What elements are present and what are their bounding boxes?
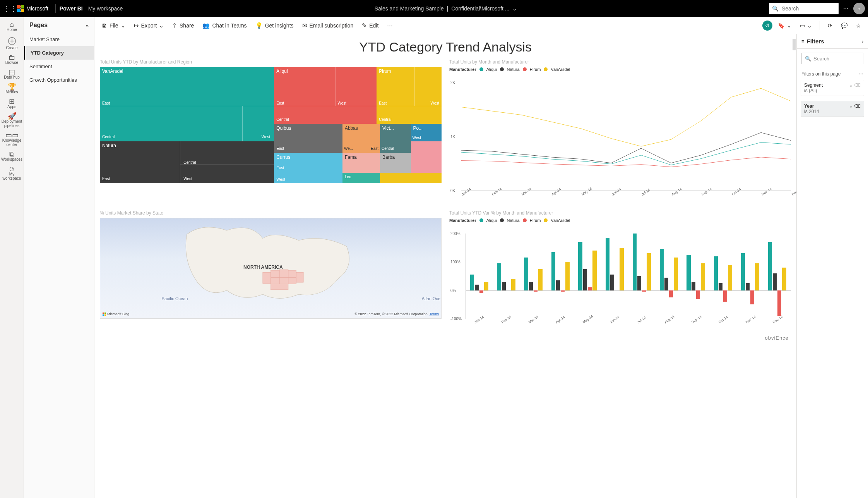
svg-rect-0 bbox=[271, 270, 280, 278]
chevron-down-icon[interactable]: ⌄ bbox=[849, 82, 853, 88]
pages-title: Pages bbox=[29, 22, 48, 29]
refresh-button[interactable]: ⟳ bbox=[825, 21, 835, 30]
svg-rect-2 bbox=[288, 270, 296, 278]
viz-map[interactable]: % Units Market Share by State bbox=[100, 210, 442, 332]
chevron-down-icon[interactable]: ⌄ bbox=[849, 103, 853, 109]
chevron-down-icon: ⌄ bbox=[121, 22, 125, 29]
svg-rect-1 bbox=[279, 270, 288, 278]
viz-title: Total Units by Month and Manufacturer bbox=[449, 59, 791, 65]
svg-rect-6 bbox=[296, 272, 304, 282]
left-nav: ⌂Home ＋Create 🗀Browse ▤Data hub 🏆Metrics… bbox=[0, 17, 24, 498]
chat-teams-button[interactable]: 👥Chat in Teams bbox=[199, 21, 250, 31]
map-region-label: NORTH AMERICA bbox=[243, 264, 283, 270]
nav-pipelines[interactable]: 🚀Deployment pipelines bbox=[0, 111, 24, 130]
view-icon: ▭ bbox=[800, 22, 805, 29]
breadcrumb-workspace[interactable]: My workspace bbox=[88, 5, 123, 12]
scroll-indicator[interactable] bbox=[793, 39, 796, 50]
page-sentiment[interactable]: Sentiment bbox=[24, 60, 94, 73]
chevron-down-icon: ⌄ bbox=[807, 22, 812, 29]
ocean-label: Atlan Oce bbox=[422, 296, 440, 301]
svg-rect-3 bbox=[271, 278, 280, 284]
viz-clustered-bar[interactable]: Total Units YTD Var % by Month and Manuf… bbox=[449, 210, 791, 332]
nav-metrics[interactable]: 🏆Metrics bbox=[0, 82, 24, 96]
apps-icon: ⊞ bbox=[0, 100, 24, 104]
file-menu[interactable]: 🗎File⌄ bbox=[98, 21, 128, 30]
page-ytd-category[interactable]: YTD Category bbox=[24, 46, 94, 60]
insights-button[interactable]: 💡Get insights bbox=[252, 21, 297, 31]
filter-icon: ≡ bbox=[801, 38, 805, 44]
product-brand[interactable]: Power BI bbox=[60, 5, 83, 12]
share-button[interactable]: ⇪Share bbox=[169, 21, 197, 31]
viz-title: Total Units YTD Var % by Month and Manuf… bbox=[449, 210, 791, 216]
comment-button[interactable]: 💬 bbox=[838, 21, 851, 30]
map-body[interactable]: NORTH AMERICA Pacific Ocean Atlan Oce Mi… bbox=[100, 218, 442, 319]
nav-home[interactable]: ⌂Home bbox=[0, 19, 24, 34]
bookmark-icon: 🔖 bbox=[778, 22, 784, 29]
divider bbox=[55, 4, 56, 13]
filters-search-input[interactable] bbox=[813, 56, 860, 62]
line-plot-area[interactable]: 2K 1K 0K bbox=[461, 82, 791, 191]
book-icon: ▭▭ bbox=[0, 133, 24, 137]
svg-rect-4 bbox=[279, 278, 288, 284]
map-copyright: © 2022 TomTom, © 2022 Microsoft Corporat… bbox=[354, 312, 439, 316]
favorite-button[interactable]: ☆ bbox=[853, 21, 864, 30]
nav-create[interactable]: ＋Create bbox=[0, 34, 24, 52]
more-icon[interactable]: ⋯ bbox=[859, 71, 863, 77]
nav-apps[interactable]: ⊞Apps bbox=[0, 96, 24, 111]
avatar[interactable]: ◦ bbox=[853, 3, 865, 14]
divider: | bbox=[447, 5, 449, 12]
map-bing-attr: Microsoft Bing bbox=[103, 312, 129, 316]
reset-button[interactable]: ↺ bbox=[762, 21, 772, 31]
export-menu[interactable]: ↦Export⌄ bbox=[131, 21, 167, 31]
nav-knowledge[interactable]: ▭▭Knowledge center bbox=[0, 130, 24, 149]
view-button[interactable]: ▭⌄ bbox=[797, 21, 815, 30]
nav-datahub[interactable]: ▤Data hub bbox=[0, 67, 24, 82]
page-growth[interactable]: Growth Opportunities bbox=[24, 73, 94, 87]
nav-browse[interactable]: 🗀Browse bbox=[0, 52, 24, 67]
report-name[interactable]: Sales and Marketing Sample bbox=[375, 5, 444, 12]
filter-card-segment[interactable]: Segment ⌄ ⌫ is (All) bbox=[801, 80, 864, 96]
viz-line[interactable]: Total Units by Month and Manufacturer Ma… bbox=[449, 59, 791, 204]
email-sub-button[interactable]: ✉Email subscription bbox=[299, 21, 357, 31]
nav-my-workspace[interactable]: ☺My workspace bbox=[0, 164, 24, 183]
export-icon: ↦ bbox=[134, 22, 139, 29]
footer-brand: obviEnce bbox=[100, 335, 791, 341]
filter-card-year[interactable]: Year ⌄ ⌫ is 2014 bbox=[801, 101, 864, 117]
bookmark-button[interactable]: 🔖⌄ bbox=[775, 21, 794, 30]
treemap-body[interactable]: VanArsdel East Central West Aliqui East bbox=[100, 67, 442, 183]
svg-rect-8 bbox=[271, 284, 288, 289]
share-icon: ⇪ bbox=[172, 22, 177, 29]
global-search-input[interactable] bbox=[782, 5, 828, 12]
more-button[interactable]: ⋯ bbox=[384, 21, 396, 31]
chevron-down-icon[interactable]: ⌄ bbox=[512, 5, 517, 12]
clear-filter-icon[interactable]: ⌫ bbox=[854, 103, 861, 109]
sensitivity-label[interactable]: Confidential\Microsoft ... bbox=[451, 5, 509, 12]
edit-button[interactable]: ✎Edit bbox=[359, 21, 382, 31]
viz-title: Total Units YTD by Manufacturer and Regi… bbox=[100, 59, 442, 65]
svg-rect-5 bbox=[288, 278, 296, 284]
comment-icon: 💬 bbox=[841, 22, 847, 29]
viz-title: % Units Market Share by State bbox=[100, 210, 442, 216]
divider bbox=[820, 21, 820, 30]
microsoft-label: Microsoft bbox=[26, 5, 48, 12]
clear-filter-icon[interactable]: ⌫ bbox=[854, 82, 861, 88]
nav-workspaces[interactable]: ⧉Workspaces bbox=[0, 149, 24, 164]
svg-rect-7 bbox=[263, 272, 271, 283]
app-launcher-icon[interactable]: ⋮⋮⋮ bbox=[3, 4, 15, 13]
global-search[interactable]: 🔍 bbox=[769, 3, 839, 14]
more-icon[interactable]: ⋯ bbox=[843, 5, 849, 12]
pencil-icon: ✎ bbox=[362, 22, 367, 29]
filters-pane: ≡ Filters › 🔍 Filters on this page ⋯ Seg… bbox=[796, 34, 868, 498]
chevron-down-icon: ⌄ bbox=[159, 22, 164, 29]
page-market-share[interactable]: Market Share bbox=[24, 33, 94, 46]
map-terms-link[interactable]: Terms bbox=[430, 312, 439, 316]
microsoft-logo: Microsoft bbox=[17, 5, 48, 12]
pages-pane: Pages « Market Share YTD Category Sentim… bbox=[24, 17, 94, 498]
expand-filters-icon[interactable]: › bbox=[862, 38, 863, 44]
viz-treemap[interactable]: Total Units YTD by Manufacturer and Regi… bbox=[100, 59, 442, 204]
filters-search[interactable]: 🔍 bbox=[801, 53, 863, 64]
collapse-pages-icon[interactable]: « bbox=[86, 22, 89, 28]
refresh-icon: ⟳ bbox=[828, 22, 832, 29]
bar-plot-area[interactable]: 200% 100% 0% -100% bbox=[466, 234, 791, 319]
chevron-down-icon: ⌄ bbox=[787, 22, 791, 29]
